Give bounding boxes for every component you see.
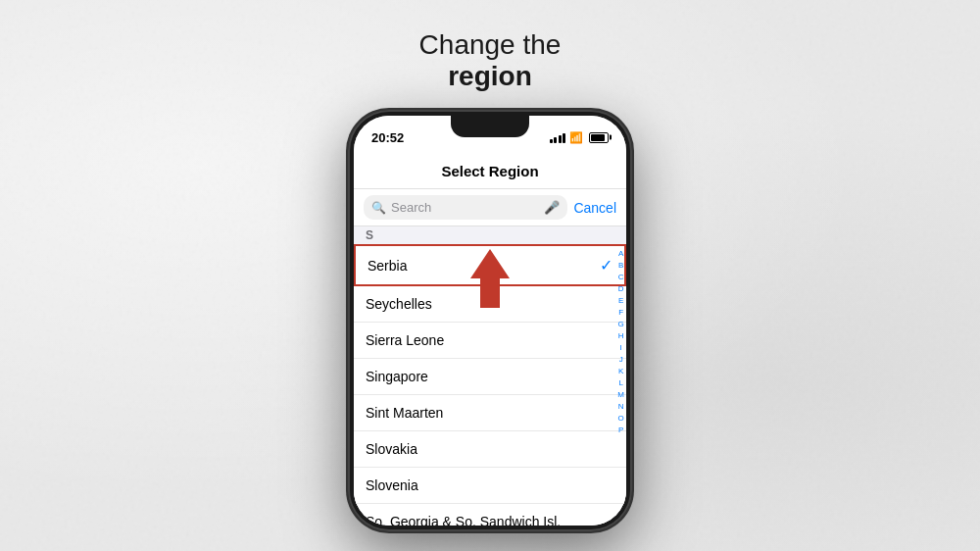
search-icon: 🔍: [371, 201, 386, 215]
battery-icon: [589, 132, 609, 143]
alpha-letter[interactable]: P: [618, 425, 623, 436]
item-name: Seychelles: [366, 296, 432, 312]
alpha-letter[interactable]: B: [618, 260, 623, 272]
alpha-letter[interactable]: M: [617, 389, 624, 401]
item-name: Singapore: [366, 369, 428, 384]
alpha-letter[interactable]: J: [619, 354, 623, 366]
alpha-letter[interactable]: D: [618, 283, 624, 295]
alpha-index[interactable]: ABCDEFGHIJKLMNOP: [617, 244, 624, 526]
title-line1: Change the: [419, 29, 562, 61]
alpha-letter[interactable]: F: [618, 307, 623, 319]
item-name: Serbia: [368, 258, 407, 274]
title-line2: region: [419, 61, 562, 92]
phone-screen: 20:52 📶 Select Region 🔍 Sear: [354, 116, 626, 526]
alpha-letter[interactable]: C: [618, 272, 624, 283]
item-name: So. Georgia & So. Sandwich Isl.: [366, 514, 561, 526]
list-item[interactable]: So. Georgia & So. Sandwich Isl.: [354, 504, 626, 526]
list-item[interactable]: Singapore: [354, 359, 626, 395]
list-item[interactable]: Serbia✓: [354, 244, 626, 286]
status-icons: 📶: [550, 131, 610, 144]
region-list: Serbia✓SeychellesSierra LeoneSingaporeSi…: [354, 244, 626, 526]
item-name: Slovenia: [366, 477, 418, 493]
item-name: Sierra Leone: [366, 332, 444, 348]
alpha-letter[interactable]: N: [618, 401, 624, 413]
alpha-letter[interactable]: G: [618, 319, 624, 330]
signal-icon: [550, 131, 566, 143]
item-name: Slovakia: [366, 441, 417, 457]
alpha-letter[interactable]: I: [620, 342, 622, 354]
cancel-button[interactable]: Cancel: [573, 200, 616, 216]
section-letter-s: S: [354, 226, 626, 244]
list-item[interactable]: Sierra Leone: [354, 323, 626, 359]
search-field[interactable]: 🔍 Search 🎤: [364, 195, 567, 220]
list-item[interactable]: Sint Maarten: [354, 395, 626, 431]
alpha-letter[interactable]: H: [618, 330, 624, 342]
list-item[interactable]: Slovakia: [354, 431, 626, 468]
alpha-letter[interactable]: O: [618, 413, 624, 425]
phone-frame: 20:52 📶 Select Region 🔍 Sear: [348, 110, 632, 531]
search-placeholder-text: Search: [391, 200, 431, 215]
alpha-letter[interactable]: K: [618, 366, 623, 377]
search-bar: 🔍 Search 🎤 Cancel: [354, 189, 626, 226]
notch: [451, 116, 529, 137]
wifi-icon: 📶: [569, 131, 583, 144]
alpha-letter[interactable]: A: [618, 248, 623, 260]
mic-icon: 🎤: [544, 200, 560, 215]
list-item[interactable]: Seychelles: [354, 286, 626, 323]
region-header: Select Region: [354, 151, 626, 189]
item-name: Sint Maarten: [366, 405, 443, 421]
status-time: 20:52: [371, 130, 404, 145]
region-title: Select Region: [441, 163, 538, 179]
content-area: Select Region 🔍 Search 🎤 Cancel S Serbia…: [354, 151, 626, 526]
alpha-letter[interactable]: E: [618, 295, 623, 307]
alpha-letter[interactable]: L: [618, 377, 622, 389]
checkmark-icon: ✓: [600, 256, 612, 275]
page-title: Change the region: [419, 29, 562, 92]
list-item[interactable]: Slovenia: [354, 468, 626, 504]
